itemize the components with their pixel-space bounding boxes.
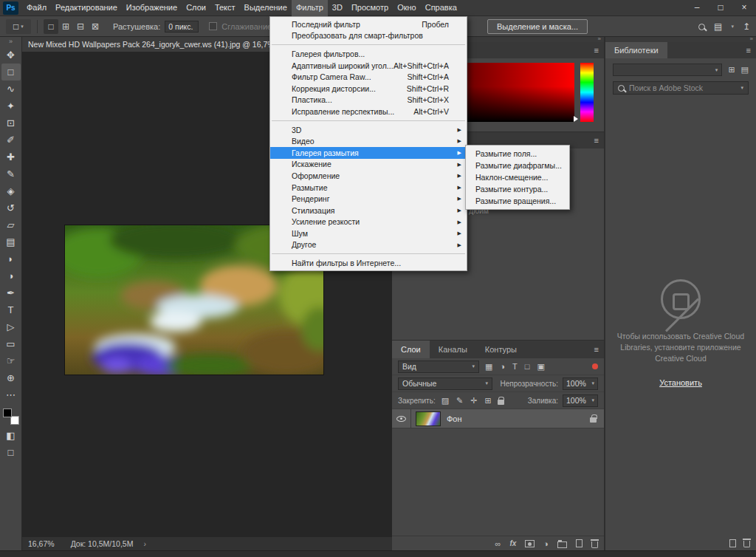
menubar-item[interactable]: Просмотр	[347, 0, 393, 16]
menu-item[interactable]: Исправление перспективы... Alt+Ctrl+V ▶	[270, 106, 467, 117]
crop-tool[interactable]: ⊡	[1, 115, 21, 131]
panel-menu-icon[interactable]: ≡	[594, 46, 604, 55]
panel-tab[interactable]: Контуры	[476, 341, 526, 358]
filter-smartobject-icon[interactable]: ▣	[535, 362, 546, 372]
menubar-item[interactable]: Слои	[182, 0, 210, 16]
hand-tool[interactable]: ☞	[1, 352, 21, 369]
antialias-checkbox[interactable]	[209, 22, 217, 30]
status-chevron-icon[interactable]: ›	[143, 539, 146, 548]
adjustment-layer-icon[interactable]: ◑	[543, 539, 549, 548]
layer-row[interactable]: Фон	[392, 409, 604, 428]
menu-item[interactable]: Шум ▶	[270, 228, 467, 239]
filter-shape-icon[interactable]: □	[523, 362, 532, 371]
menubar-item[interactable]: Справка	[421, 0, 461, 16]
maximize-button[interactable]: □	[709, 0, 732, 16]
menu-item[interactable]: ▶	[272, 120, 465, 121]
layer-effects-icon[interactable]: fx	[509, 539, 516, 547]
zoom-tool[interactable]: ⊕	[1, 369, 21, 386]
menu-item[interactable]: Видео ▶	[270, 135, 467, 147]
new-selection-mode[interactable]: □	[44, 19, 58, 34]
menubar-item[interactable]: 3D	[328, 0, 347, 16]
panel-tab[interactable]: Слои	[392, 341, 430, 358]
fill-input[interactable]: 100% ▾	[563, 394, 598, 407]
dodge-tool[interactable]: ◑	[1, 267, 21, 284]
share-icon[interactable]: ↥	[743, 21, 750, 32]
collapse-panels-icon[interactable]: »	[750, 35, 753, 42]
menu-item[interactable]: Рендеринг ▶	[270, 193, 467, 205]
submenu-item[interactable]: Размытие контура...	[466, 183, 569, 195]
menu-item[interactable]: Преобразовать для смарт-фильтров ▶	[270, 30, 467, 42]
menu-item[interactable]: Усиление резкости ▶	[270, 216, 467, 228]
install-link[interactable]: Установить	[605, 378, 756, 387]
menu-item[interactable]: Адаптивный широкий угол... Alt+Shift+Ctr…	[270, 60, 467, 72]
layer-thumbnail[interactable]	[416, 411, 441, 426]
foreground-color-swatch[interactable]	[3, 409, 12, 417]
select-and-mask-button[interactable]: Выделение и маска...	[487, 19, 588, 34]
screen-mode-icon[interactable]: □	[1, 444, 21, 461]
zoom-level[interactable]: 16,67%	[28, 539, 55, 548]
link-layers-icon[interactable]: ∞	[495, 539, 501, 548]
add-selection-mode[interactable]: ⊞	[58, 19, 73, 34]
menubar-item[interactable]: Редактирование	[51, 0, 122, 16]
delete-library-icon[interactable]	[743, 541, 750, 547]
filter-type-icon[interactable]: T	[511, 362, 519, 371]
submenu-item[interactable]: Наклон-смещение...	[466, 171, 569, 183]
shape-tool[interactable]: ▭	[1, 335, 21, 352]
panel-tab[interactable]: Каналы	[430, 341, 476, 358]
opacity-input[interactable]: 100% ▾	[563, 377, 598, 390]
menu-item[interactable]: Последний фильтр Пробел ▶	[270, 18, 467, 30]
type-tool[interactable]: T	[1, 301, 21, 318]
blend-mode-select[interactable]: Обычные ▾	[398, 377, 492, 390]
workspace-icon[interactable]: ▤	[714, 21, 722, 32]
lasso-tool[interactable]: ∿	[1, 81, 21, 98]
panel-menu-icon[interactable]: ≡	[594, 136, 604, 145]
delete-layer-icon[interactable]	[591, 541, 598, 548]
close-button[interactable]: ×	[732, 0, 756, 16]
more-tools-icon[interactable]: ⋯	[1, 386, 21, 403]
filter-pixel-icon[interactable]: ▦	[484, 362, 494, 372]
search-icon[interactable]	[698, 24, 705, 30]
collapse-toolbar-icon[interactable]: »	[0, 37, 21, 47]
menu-item[interactable]: Коррекция дисторсии... Shift+Ctrl+R ▶	[270, 83, 467, 95]
filter-adjustment-icon[interactable]: ◑	[498, 362, 506, 371]
menu-item[interactable]: Фильтр Camera Raw... Shift+Ctrl+A ▶	[270, 71, 467, 83]
quick-mask-icon[interactable]: ◧	[1, 427, 21, 444]
lock-pixels-icon[interactable]: ✎	[455, 396, 464, 406]
menu-item[interactable]: ▶	[272, 253, 465, 254]
submenu-item[interactable]: Размытие вращения...	[466, 195, 569, 207]
grid-view-icon[interactable]: ⊞	[728, 65, 735, 75]
menu-item[interactable]: Оформление ▶	[270, 170, 467, 182]
hue-slider[interactable]	[580, 63, 594, 122]
menu-item[interactable]: Пластика... Shift+Ctrl+X ▶	[270, 95, 467, 106]
path-selection-tool[interactable]: ▷	[1, 318, 21, 335]
subtract-selection-mode[interactable]: ⊟	[73, 19, 88, 34]
minimize-button[interactable]: –	[685, 0, 709, 16]
new-group-icon[interactable]	[557, 541, 567, 548]
menubar-item[interactable]: Текст	[210, 0, 240, 16]
menu-item[interactable]: Стилизация ▶	[270, 205, 467, 216]
tool-preset-button[interactable]: □ ▾	[6, 19, 31, 34]
lock-position-icon[interactable]: ✛	[469, 396, 478, 406]
lock-artboard-icon[interactable]: ⊞	[484, 396, 493, 406]
intersect-selection-mode[interactable]: ⊠	[88, 19, 103, 34]
menu-item[interactable]: Галерея фильтров... ▶	[270, 48, 467, 60]
submenu-item[interactable]: Размытие поля...	[466, 148, 569, 160]
list-view-icon[interactable]: ▤	[741, 65, 749, 75]
panel-menu-icon[interactable]: ≡	[746, 46, 756, 55]
feather-input[interactable]: 0 пикс.	[165, 21, 199, 33]
menu-item[interactable]: Найти фильтры в Интернете... ▶	[270, 257, 467, 269]
new-layer-icon[interactable]	[576, 539, 583, 547]
menubar-item[interactable]: Файл	[22, 0, 51, 16]
blur-tool[interactable]: ◗	[1, 250, 21, 267]
layer-filter-select[interactable]: Вид ▾	[398, 360, 479, 373]
eyedropper-tool[interactable]: ✐	[1, 131, 21, 148]
menubar-item[interactable]: Изображение	[122, 0, 182, 16]
history-brush-tool[interactable]: ↺	[1, 199, 21, 216]
healing-brush-tool[interactable]: ✚	[1, 148, 21, 165]
quick-selection-tool[interactable]: ✦	[1, 98, 21, 115]
panel-menu-icon[interactable]: ≡	[594, 345, 604, 354]
library-select[interactable]: ▾	[613, 64, 722, 76]
marquee-tool[interactable]: □	[1, 64, 21, 81]
menubar-item[interactable]: Окно	[393, 0, 421, 16]
collapse-panels-icon[interactable]: »	[598, 35, 601, 42]
